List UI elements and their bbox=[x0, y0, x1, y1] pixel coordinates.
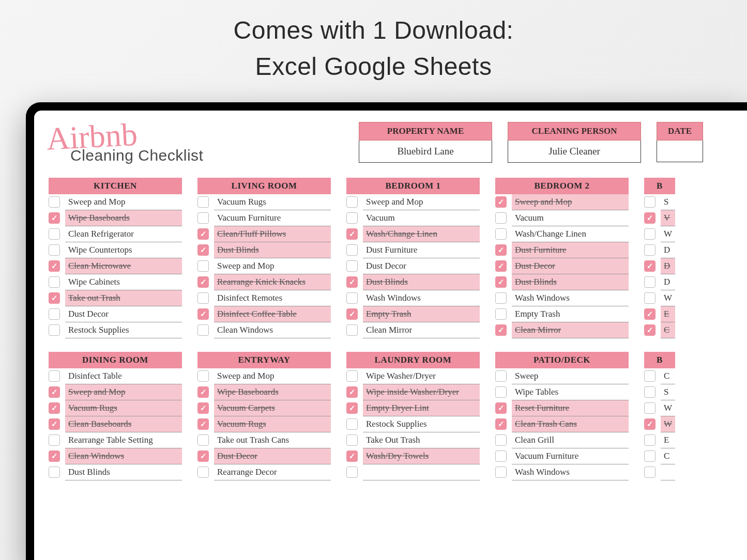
checkbox[interactable] bbox=[197, 386, 209, 398]
checkbox[interactable] bbox=[495, 402, 507, 414]
checklist-item-label[interactable]: Vacuum Furniture bbox=[512, 448, 629, 464]
checklist-item-label[interactable]: Sweep and Mop bbox=[65, 384, 182, 400]
checkbox[interactable] bbox=[49, 308, 60, 320]
checkbox[interactable] bbox=[346, 308, 358, 320]
checkbox[interactable] bbox=[495, 418, 507, 430]
checklist-item-label[interactable]: Empty Dryer Lint bbox=[363, 400, 480, 416]
checkbox[interactable] bbox=[346, 276, 358, 288]
cleaning-person-value[interactable]: Julie Cleaner bbox=[508, 141, 641, 163]
checkbox[interactable] bbox=[49, 450, 60, 462]
checkbox[interactable] bbox=[197, 228, 209, 240]
checklist-item-label[interactable] bbox=[363, 464, 480, 480]
checklist-item-label[interactable]: Dust Blinds bbox=[65, 464, 182, 480]
checklist-item-label[interactable]: Dust Decor bbox=[363, 258, 480, 274]
checkbox[interactable] bbox=[495, 434, 507, 446]
checklist-item-label[interactable]: Dust Blinds bbox=[214, 242, 331, 258]
checkbox[interactable] bbox=[495, 450, 507, 462]
checkbox[interactable] bbox=[346, 324, 358, 336]
checkbox[interactable] bbox=[644, 418, 655, 430]
checkbox[interactable] bbox=[49, 466, 60, 478]
checklist-item-label[interactable]: Clean Microwave bbox=[65, 258, 182, 274]
checklist-item-label[interactable]: D bbox=[661, 274, 675, 290]
checkbox[interactable] bbox=[346, 260, 358, 272]
checklist-item-label[interactable]: Take out Trash bbox=[65, 290, 182, 306]
checklist-item-label[interactable]: Rearrange Table Setting bbox=[65, 432, 182, 448]
checkbox[interactable] bbox=[346, 244, 358, 256]
checkbox[interactable] bbox=[49, 276, 60, 288]
checklist-item-label[interactable]: Wipe Countertops bbox=[65, 242, 182, 258]
checkbox[interactable] bbox=[197, 196, 209, 208]
checklist-item-label[interactable]: Wash Windows bbox=[363, 290, 480, 306]
checkbox[interactable] bbox=[197, 244, 209, 256]
checklist-item-label[interactable]: Reset Furniture bbox=[512, 400, 629, 416]
checklist-item-label[interactable]: Wash/Dry Towels bbox=[363, 448, 480, 464]
checklist-item-label[interactable]: Clean Mirror bbox=[363, 322, 480, 338]
checklist-item-label[interactable]: Empty Trash bbox=[512, 306, 629, 322]
checklist-item-label[interactable]: Restock Supplies bbox=[65, 322, 182, 338]
checkbox[interactable] bbox=[495, 260, 507, 272]
checklist-item-label[interactable]: D bbox=[661, 258, 675, 274]
checkbox[interactable] bbox=[49, 386, 60, 398]
checkbox[interactable] bbox=[49, 434, 60, 446]
checkbox[interactable] bbox=[49, 260, 60, 272]
checklist-item-label[interactable]: Sweep and Mop bbox=[512, 194, 629, 210]
checkbox[interactable] bbox=[644, 324, 655, 336]
checklist-item-label[interactable]: Dust Blinds bbox=[512, 274, 629, 290]
checkbox[interactable] bbox=[644, 260, 655, 272]
checklist-item-label[interactable]: Rearrange Decor bbox=[214, 464, 331, 480]
checklist-item-label[interactable]: Wash Windows bbox=[512, 290, 629, 306]
checklist-item-label[interactable]: Wash/Change Linen bbox=[363, 226, 480, 242]
checkbox[interactable] bbox=[644, 434, 655, 446]
checklist-item-label[interactable]: Wash Windows bbox=[512, 464, 629, 480]
checklist-item-label[interactable]: Empty Trash bbox=[363, 306, 480, 322]
checklist-item-label[interactable]: C bbox=[661, 322, 675, 338]
checklist-item-label[interactable]: V bbox=[661, 210, 675, 226]
checkbox[interactable] bbox=[197, 324, 209, 336]
checkbox[interactable] bbox=[197, 450, 209, 462]
checkbox[interactable] bbox=[197, 276, 209, 288]
checkbox[interactable] bbox=[197, 212, 209, 224]
checklist-item-label[interactable]: Sweep bbox=[512, 368, 629, 384]
checkbox[interactable] bbox=[49, 418, 60, 430]
checklist-item-label[interactable]: Sweep and Mop bbox=[65, 194, 182, 210]
checkbox[interactable] bbox=[197, 370, 209, 382]
checkbox[interactable] bbox=[495, 292, 507, 304]
checkbox[interactable] bbox=[346, 212, 358, 224]
checklist-item-label[interactable]: Wash/Change Linen bbox=[512, 226, 629, 242]
checklist-item-label[interactable]: Dust Blinds bbox=[363, 274, 480, 290]
checkbox[interactable] bbox=[346, 466, 358, 478]
checkbox[interactable] bbox=[197, 260, 209, 272]
checkbox[interactable] bbox=[49, 324, 60, 336]
checkbox[interactable] bbox=[197, 466, 209, 478]
checklist-item-label[interactable]: S bbox=[661, 384, 675, 400]
checklist-item-label[interactable]: Wipe Tables bbox=[512, 384, 629, 400]
checklist-item-label[interactable]: Sweep and Mop bbox=[363, 194, 480, 210]
checklist-item-label[interactable]: S bbox=[661, 194, 675, 210]
checklist-item-label[interactable]: Wipe Washer/Dryer bbox=[363, 368, 480, 384]
checklist-item-label[interactable]: Clean Baseboards bbox=[65, 416, 182, 432]
checklist-item-label[interactable]: Dust Decor bbox=[214, 448, 331, 464]
checklist-item-label[interactable]: Disinfect Coffee Table bbox=[214, 306, 331, 322]
checklist-item-label[interactable]: Clean Trash Cans bbox=[512, 416, 629, 432]
checkbox[interactable] bbox=[644, 276, 655, 288]
checkbox[interactable] bbox=[644, 196, 655, 208]
checkbox[interactable] bbox=[495, 212, 507, 224]
checklist-item-label[interactable]: Restock Supplies bbox=[363, 416, 480, 432]
checkbox[interactable] bbox=[495, 308, 507, 320]
checkbox[interactable] bbox=[49, 212, 60, 224]
checklist-item-label[interactable] bbox=[661, 464, 675, 480]
checklist-item-label[interactable]: W bbox=[661, 416, 675, 432]
property-name-value[interactable]: Bluebird Lane bbox=[359, 141, 492, 163]
checkbox[interactable] bbox=[495, 244, 507, 256]
checklist-item-label[interactable]: Vacuum bbox=[512, 210, 629, 226]
checkbox[interactable] bbox=[346, 228, 358, 240]
checklist-item-label[interactable]: Clean Windows bbox=[214, 322, 331, 338]
checkbox[interactable] bbox=[644, 212, 655, 224]
checkbox[interactable] bbox=[197, 434, 209, 446]
checklist-item-label[interactable]: Clean Grill bbox=[512, 432, 629, 448]
checklist-item-label[interactable]: Dust Decor bbox=[512, 258, 629, 274]
checklist-item-label[interactable]: W bbox=[661, 400, 675, 416]
checklist-item-label[interactable]: C bbox=[661, 368, 675, 384]
checklist-item-label[interactable]: Clean Mirror bbox=[512, 322, 629, 338]
checkbox[interactable] bbox=[495, 324, 507, 336]
